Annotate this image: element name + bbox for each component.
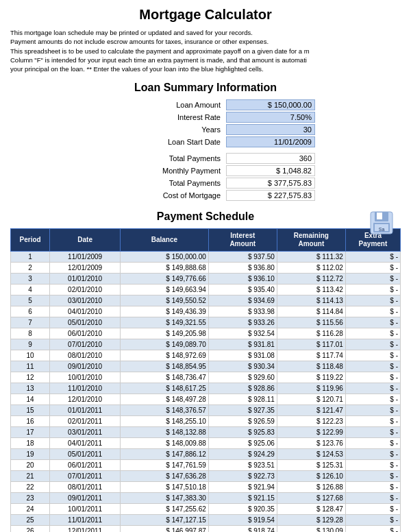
loan-amount-value[interactable]: $ 150,000.00 bbox=[226, 99, 315, 110]
col-remaining-header: RemainingAmount bbox=[277, 229, 345, 252]
cell-balance: $ 147,127.15 bbox=[121, 515, 209, 526]
cell-balance: $ 148,854.95 bbox=[121, 361, 209, 372]
cell-period: 19 bbox=[11, 449, 50, 460]
cell-date: 03/01/2010 bbox=[50, 295, 121, 306]
cell-interest: $ 926.59 bbox=[208, 416, 277, 427]
cell-remaining: $ 118.48 bbox=[277, 361, 345, 372]
svg-text:Sa: Sa bbox=[379, 227, 385, 232]
cell-remaining: $ 129.28 bbox=[277, 515, 345, 526]
cell-balance: $ 147,761.59 bbox=[121, 460, 209, 471]
cell-remaining: $ 127.68 bbox=[277, 493, 345, 504]
total-payments2-value: $ 377,575.83 bbox=[226, 178, 315, 189]
table-row: 2612/01/2011$ 146,997.87$ 918.74$ 130.09… bbox=[11, 526, 401, 532]
cell-date: 12/01/2010 bbox=[50, 394, 121, 405]
total-payments-label: Total Payments bbox=[96, 154, 226, 162]
cell-period: 10 bbox=[11, 350, 50, 361]
total-payments2-row: Total Payments $ 377,575.83 bbox=[96, 178, 315, 189]
cell-interest: $ 933.98 bbox=[208, 306, 277, 317]
cell-remaining: $ 122.99 bbox=[277, 427, 345, 438]
cell-interest: $ 933.26 bbox=[208, 317, 277, 328]
cell-remaining: $ 111.32 bbox=[277, 252, 345, 263]
desc-line-2: Payment amounts do not include escrow am… bbox=[10, 38, 269, 45]
loan-start-label: Loan Start Date bbox=[96, 138, 226, 146]
col-balance-header: Balance bbox=[121, 229, 209, 252]
cell-balance: $ 149,321.55 bbox=[121, 317, 209, 328]
cell-extra-payment: $ - bbox=[345, 361, 400, 372]
description-block: This mortgage loan schedule may be print… bbox=[10, 28, 401, 73]
loan-summary-section: Loan Summary Information Loan Amount $ 1… bbox=[10, 82, 401, 201]
cell-date: 01/01/2010 bbox=[50, 274, 121, 285]
cell-interest: $ 931.08 bbox=[208, 350, 277, 361]
cell-extra-payment: $ - bbox=[345, 252, 400, 263]
cell-balance: $ 149,205.98 bbox=[121, 328, 209, 339]
cell-remaining: $ 120.71 bbox=[277, 394, 345, 405]
years-value[interactable]: 30 bbox=[226, 124, 315, 135]
cell-interest: $ 928.11 bbox=[208, 394, 277, 405]
cell-period: 4 bbox=[11, 285, 50, 295]
table-row: 2511/01/2011$ 147,127.15$ 919.54$ 129.28… bbox=[11, 515, 401, 526]
table-row: 1602/01/2011$ 148,255.10$ 926.59$ 122.23… bbox=[11, 416, 401, 427]
cell-date: 04/01/2010 bbox=[50, 306, 121, 317]
table-row: 1501/01/2011$ 148,376.57$ 927.35$ 121.47… bbox=[11, 405, 401, 416]
cell-balance: $ 149,436.39 bbox=[121, 306, 209, 317]
cell-extra-payment: $ - bbox=[345, 416, 400, 427]
cell-interest: $ 927.35 bbox=[208, 405, 277, 416]
loan-start-value[interactable]: 11/01/2009 bbox=[226, 136, 315, 147]
table-row: 1311/01/2010$ 148,617.25$ 928.86$ 119.96… bbox=[11, 383, 401, 394]
cell-interest: $ 921.15 bbox=[208, 493, 277, 504]
cell-period: 8 bbox=[11, 328, 50, 339]
cell-date: 09/01/2011 bbox=[50, 493, 121, 504]
save-icon[interactable]: Sa bbox=[369, 210, 394, 235]
desc-line-3: This spreadsheet is to be used to calcul… bbox=[10, 47, 310, 55]
payment-schedule-title: Payment Schedule bbox=[10, 210, 401, 223]
years-label: Years bbox=[96, 125, 226, 134]
cell-date: 06/01/2011 bbox=[50, 460, 121, 471]
cell-interest: $ 928.86 bbox=[208, 383, 277, 394]
interest-rate-value[interactable]: 7.50% bbox=[226, 112, 315, 123]
table-row: 402/01/2010$ 149,663.94$ 935.40$ 113.42$… bbox=[11, 285, 401, 295]
cell-date: 10/01/2010 bbox=[50, 372, 121, 383]
cell-balance: $ 146,997.87 bbox=[121, 526, 209, 532]
cell-period: 5 bbox=[11, 295, 50, 306]
table-row: 1412/01/2010$ 148,497.28$ 928.11$ 120.71… bbox=[11, 394, 401, 405]
cell-date: 12/01/2011 bbox=[50, 526, 121, 532]
table-row: 301/01/2010$ 149,776.66$ 936.10$ 112.72$… bbox=[11, 274, 401, 285]
cell-period: 2 bbox=[11, 263, 50, 274]
cell-period: 15 bbox=[11, 405, 50, 416]
table-row: 1804/01/2011$ 148,009.88$ 925.06$ 123.76… bbox=[11, 438, 401, 449]
cell-interest: $ 936.80 bbox=[208, 263, 277, 274]
cell-remaining: $ 128.47 bbox=[277, 504, 345, 515]
table-row: 2208/01/2011$ 147,510.18$ 921.94$ 126.88… bbox=[11, 482, 401, 493]
table-row: 2410/01/2011$ 147,255.62$ 920.35$ 128.47… bbox=[11, 504, 401, 515]
cell-date: 03/01/2011 bbox=[50, 427, 121, 438]
interest-rate-label: Interest Rate bbox=[96, 113, 226, 121]
cell-remaining: $ 114.84 bbox=[277, 306, 345, 317]
cell-extra-payment: $ - bbox=[345, 372, 400, 383]
monthly-payment-value: $ 1,048.82 bbox=[226, 165, 315, 176]
cell-remaining: $ 122.23 bbox=[277, 416, 345, 427]
cell-remaining: $ 125.31 bbox=[277, 460, 345, 471]
cell-extra-payment: $ - bbox=[345, 328, 400, 339]
table-row: 1703/01/2011$ 148,132.88$ 925.83$ 122.99… bbox=[11, 427, 401, 438]
cell-remaining: $ 130.09 bbox=[277, 526, 345, 532]
cell-date: 07/01/2011 bbox=[50, 471, 121, 482]
table-row: 111/01/2009$ 150,000.00$ 937.50$ 111.32$… bbox=[11, 252, 401, 263]
cell-date: 07/01/2010 bbox=[50, 339, 121, 350]
cell-extra-payment: $ - bbox=[345, 449, 400, 460]
cell-extra-payment: $ - bbox=[345, 295, 400, 306]
cell-remaining: $ 114.13 bbox=[277, 295, 345, 306]
cell-date: 06/01/2010 bbox=[50, 328, 121, 339]
cell-date: 02/01/2010 bbox=[50, 285, 121, 295]
cell-period: 11 bbox=[11, 361, 50, 372]
col-period-header: Period bbox=[11, 229, 50, 252]
loan-start-row: Loan Start Date 11/01/2009 bbox=[96, 136, 315, 147]
table-row: 705/01/2010$ 149,321.55$ 933.26$ 115.56$… bbox=[11, 317, 401, 328]
cell-interest: $ 935.40 bbox=[208, 285, 277, 295]
cell-date: 08/01/2010 bbox=[50, 350, 121, 361]
cell-interest: $ 931.81 bbox=[208, 339, 277, 350]
cell-period: 12 bbox=[11, 372, 50, 383]
cell-balance: $ 149,776.66 bbox=[121, 274, 209, 285]
cell-remaining: $ 126.10 bbox=[277, 471, 345, 482]
cell-interest: $ 929.60 bbox=[208, 372, 277, 383]
cell-balance: $ 147,886.12 bbox=[121, 449, 209, 460]
